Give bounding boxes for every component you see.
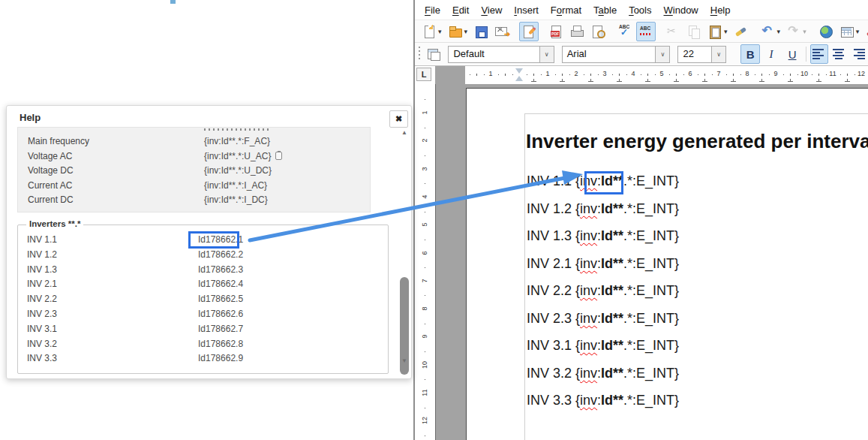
menu-view[interactable]: View — [475, 3, 508, 17]
inverter-id[interactable]: Id178662.4 — [198, 277, 243, 292]
menu-format[interactable]: Format — [545, 3, 587, 17]
bold-button[interactable]: B — [740, 44, 760, 64]
inverter-label: INV 3.3 — [27, 351, 57, 366]
dropdown-arrow-icon[interactable]: ▾ — [438, 28, 442, 35]
ruler-tick — [847, 74, 848, 76]
align-right-button[interactable] — [849, 44, 867, 64]
inverter-id[interactable]: Id178662.8 — [198, 337, 243, 352]
clone-formatting-button[interactable] — [731, 22, 751, 41]
copy-icon[interactable] — [275, 152, 282, 160]
document-view: 123456789101112 Inverter energy generate… — [415, 84, 868, 440]
tab-stop-mark — [845, 79, 850, 82]
print-preview-button[interactable] — [588, 22, 608, 41]
align-center-button[interactable] — [830, 44, 848, 64]
hyperlink-button[interactable] — [816, 22, 836, 41]
ruler-tick — [425, 379, 425, 380]
scroll-up-icon[interactable]: ▲ — [399, 128, 410, 137]
inverter-id[interactable]: Id178662.2 — [198, 248, 243, 263]
ruler-number: 8 — [745, 70, 749, 77]
insert-table-button[interactable]: ▾ — [837, 22, 862, 41]
insert-table-icon — [839, 24, 854, 39]
chevron-down-icon[interactable]: ∨ — [539, 47, 554, 62]
parameter-label: Voltage AC — [28, 149, 72, 164]
inverter-row: INV 1.3Id178662.3 — [18, 263, 388, 278]
apply-style-button[interactable] — [424, 44, 443, 64]
cut-icon — [665, 24, 680, 39]
ruler-tick — [704, 74, 705, 76]
paste-button[interactable]: ▾ — [705, 22, 730, 41]
dropdown-arrow-icon[interactable]: ▾ — [777, 28, 781, 35]
inverter-id[interactable]: Id178662.3 — [198, 263, 243, 278]
cut-button — [663, 22, 683, 41]
parameter-row: Voltage DC{inv:Id**.*:U_DC} — [18, 164, 370, 179]
horizontal-ruler[interactable]: 1123456789101112 — [435, 66, 868, 84]
menu-table[interactable]: Table — [587, 3, 623, 17]
paragraph-style-select[interactable]: Default ∨ — [448, 46, 554, 63]
highlight-box-document-code — [584, 171, 623, 194]
ruler-tick — [527, 74, 527, 75]
draw-functions-button[interactable] — [863, 22, 868, 41]
export-pdf-button[interactable] — [546, 22, 566, 41]
chevron-down-icon[interactable]: ∨ — [655, 47, 669, 62]
ruler-tick — [562, 74, 563, 76]
inverter-id[interactable]: Id178662.7 — [198, 322, 243, 337]
align-left-icon — [812, 48, 826, 60]
italic-button[interactable]: I — [761, 44, 781, 64]
ruler-tick — [569, 74, 570, 75]
misspelled-word: inv — [580, 311, 597, 326]
save-button[interactable] — [471, 22, 491, 41]
parameter-code[interactable]: {inv:Id**.*:U_DC} — [204, 164, 272, 179]
inverter-id[interactable]: Id178662.5 — [198, 292, 243, 307]
email-document-button[interactable]: ➜ — [492, 22, 512, 41]
menu-help[interactable]: Help — [704, 3, 737, 17]
spelling-button[interactable] — [615, 22, 635, 41]
inverter-id[interactable]: Id178662.9 — [198, 351, 243, 366]
menu-file[interactable]: File — [419, 3, 446, 17]
dropdown-arrow-icon[interactable]: ▾ — [464, 28, 468, 35]
menu-bar: FileEditViewInsertFormatTableToolsWindow… — [415, 0, 868, 20]
parameter-code[interactable]: {inv:Id**.*:I_AC} — [204, 179, 267, 194]
text-boundary — [524, 113, 868, 440]
parameter-code[interactable]: {inv:Id**.*:I_DC} — [204, 193, 268, 208]
underline-icon: U — [785, 48, 800, 61]
edit-mode-button[interactable] — [519, 22, 539, 41]
menu-window[interactable]: Window — [658, 3, 704, 17]
ruler-number: 4 — [631, 70, 635, 77]
parameter-code[interactable]: {inv:Id**.*:U_AC} — [204, 149, 282, 164]
ruler-tick — [761, 74, 762, 76]
align-left-button[interactable] — [810, 44, 828, 64]
highlight-box-inverter-id — [188, 231, 239, 249]
dropdown-arrow-icon[interactable]: ▾ — [724, 28, 728, 35]
parameter-code[interactable]: {inv:Id**.*:F_AC} — [204, 134, 270, 149]
toolbar-grip[interactable] — [417, 47, 422, 62]
undo-button[interactable]: ▾ — [758, 22, 783, 41]
email-document-icon: ➜ — [494, 24, 509, 39]
document-page[interactable]: Inverter energy generated per interval I… — [466, 88, 868, 440]
dropdown-arrow-icon[interactable]: ▾ — [803, 28, 806, 35]
misspelled-word: inv — [580, 283, 597, 298]
menu-insert[interactable]: Insert — [508, 3, 545, 17]
parameter-label: Current DC — [28, 193, 74, 208]
underline-button[interactable]: U — [782, 44, 802, 64]
document-line: INV 3.3 {inv:Id**.*:E_INT} — [527, 393, 679, 408]
new-document-button[interactable]: ▾ — [419, 22, 444, 41]
menu-tools[interactable]: Tools — [623, 3, 657, 17]
ruler-tick — [533, 74, 534, 76]
open-button[interactable]: ▾ — [446, 22, 470, 41]
help-scrollbar[interactable]: ▲ ▼ — [399, 128, 410, 366]
print-button[interactable] — [567, 22, 587, 41]
parameter-label: Current AC — [28, 179, 72, 194]
close-button[interactable]: ✖ — [389, 110, 408, 128]
dropdown-arrow-icon[interactable]: ▾ — [856, 28, 860, 35]
font-name-select[interactable]: Arial ∨ — [562, 46, 671, 63]
parameter-label: Voltage DC — [28, 164, 74, 179]
inverter-id[interactable]: Id178662.6 — [198, 307, 243, 322]
inverter-row: INV 3.3Id178662.9 — [18, 351, 388, 366]
vertical-ruler[interactable]: 123456789101112 — [416, 84, 434, 440]
auto-spellcheck-button[interactable] — [636, 22, 656, 41]
chevron-down-icon[interactable]: ∨ — [711, 47, 725, 62]
scroll-down-icon[interactable]: ▼ — [399, 357, 410, 366]
tab-stop-selector[interactable]: L — [416, 68, 431, 81]
font-size-select[interactable]: 22 ∨ — [677, 46, 726, 63]
menu-edit[interactable]: Edit — [446, 3, 475, 17]
